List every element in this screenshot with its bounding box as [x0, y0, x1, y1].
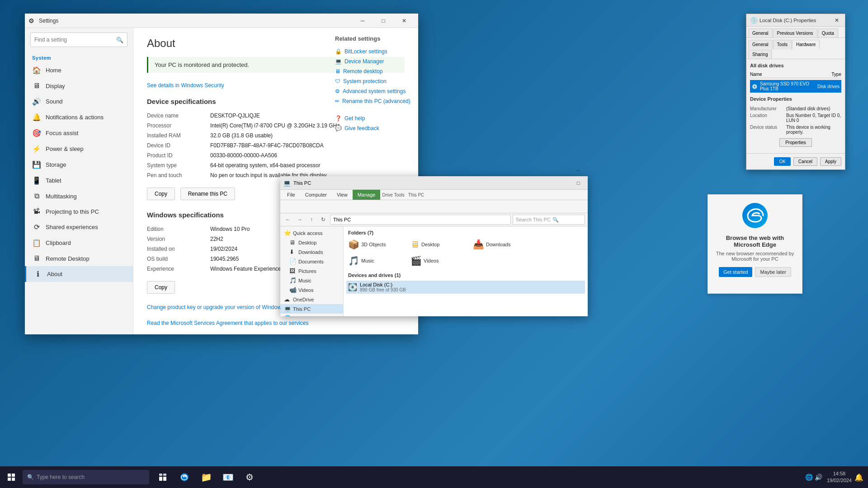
search-box[interactable]: 🔍 — [30, 33, 127, 47]
explorer-titlebar: 💻 This PC ─ □ ✕ — [280, 176, 588, 190]
experience-label: Experience — [147, 266, 210, 272]
properties-body: All disk drives Name Type 💿 Samsung SSD … — [746, 59, 845, 153]
copy-windows-button[interactable]: Copy — [147, 281, 175, 294]
refresh-button[interactable]: ↻ — [318, 215, 328, 225]
edge-taskbar-button[interactable] — [175, 467, 194, 487]
sidebar-item-notifications[interactable]: 🔔 Notifications & actions — [25, 109, 133, 125]
system-protection-link[interactable]: 🛡 System protection — [335, 76, 411, 86]
notification-icon[interactable]: 🔔 — [854, 473, 863, 482]
local-disk-c[interactable]: 💽 Local Disk (C:) 890 GB free of 930 GB — [346, 281, 585, 294]
sidebar-videos[interactable]: 📹 Videos — [280, 285, 343, 295]
disk-properties-button[interactable]: Properties — [779, 138, 812, 147]
general-tab2[interactable]: General — [748, 40, 773, 49]
remote-desktop-link[interactable]: 🖥 Remote desktop — [335, 66, 411, 76]
sharing-tab[interactable]: Sharing — [748, 50, 772, 59]
sidebar-item-about[interactable]: ℹ About — [25, 266, 133, 282]
security-tab[interactable]: General — [748, 28, 773, 38]
settings-taskbar-button[interactable]: ⚙ — [240, 467, 259, 487]
device-manager-link[interactable]: 💻 Device Manager — [335, 56, 411, 66]
sidebar-item-focus[interactable]: 🎯 Focus assist — [25, 125, 133, 141]
sidebar-item-tablet[interactable]: 📱 Tablet — [25, 173, 133, 188]
sidebar-item-clipboard[interactable]: 📋 Clipboard — [25, 235, 133, 251]
rename-advanced-link[interactable]: ✏ Rename this PC (advanced) — [335, 96, 411, 106]
taskbar: 🔍 Type here to search 📁 📧 ⚙ — [0, 466, 868, 488]
sidebar-item-shared[interactable]: ⟳ Shared experiences — [25, 219, 133, 235]
disk-item[interactable]: 💿 Samsung SSD 970 EVO Plus 1TB Disk driv… — [750, 80, 841, 93]
ms-services-link[interactable]: Read the Microsoft Services Agreement th… — [147, 320, 309, 326]
search-icon: 🔍 — [116, 37, 123, 43]
folder-videos[interactable]: 🎬 Videos — [409, 254, 467, 267]
start-button[interactable] — [0, 466, 23, 488]
copy-device-button[interactable]: Copy — [147, 188, 175, 200]
mail-taskbar-button[interactable]: 📧 — [218, 467, 238, 487]
previous-versions-tab[interactable]: Previous Versions — [773, 28, 817, 38]
sidebar-downloads[interactable]: ⬇ Downloads — [280, 247, 343, 257]
sidebar-item-display[interactable]: 🖥 Display — [25, 78, 133, 94]
svg-rect-1 — [8, 474, 11, 477]
computer-tab[interactable]: Computer — [300, 190, 332, 200]
get-started-button[interactable]: Get started — [719, 267, 752, 277]
rename-pc-button[interactable]: Rename this PC — [180, 188, 235, 200]
get-help-link[interactable]: ❓ Get help — [335, 113, 411, 123]
downloads-folder-icon: 📥 — [473, 239, 484, 250]
give-feedback-link[interactable]: 💬 Give feedback — [335, 123, 411, 133]
manage-tab[interactable]: Manage — [353, 190, 381, 200]
sidebar-item-multitasking[interactable]: ⧉ Multitasking — [25, 188, 133, 204]
security-link[interactable]: See details in Windows Security — [147, 82, 224, 89]
volume-tray-icon[interactable]: 🔊 — [815, 474, 822, 481]
cancel-button[interactable]: Cancel — [793, 157, 817, 166]
sidebar-item-projecting-label: Projecting to this PC — [46, 208, 99, 215]
task-view-button[interactable] — [153, 467, 173, 487]
svg-rect-4 — [12, 478, 15, 481]
sidebar-pictures[interactable]: 🖼 Pictures — [280, 266, 343, 276]
system-type-label: System type — [147, 162, 210, 169]
file-tab[interactable]: File — [282, 190, 300, 200]
minimize-button[interactable]: ─ — [352, 14, 373, 28]
ok-button[interactable]: OK — [774, 157, 790, 166]
folder-music[interactable]: 🎵 Music — [346, 254, 405, 267]
sidebar-this-pc[interactable]: 💻 This PC — [280, 304, 343, 314]
explorer-minimize[interactable]: ─ — [571, 164, 585, 177]
tools-tab[interactable]: Tools — [773, 40, 792, 49]
explorer-maximize[interactable]: □ — [571, 177, 585, 189]
sidebar-item-storage[interactable]: 💾 Storage — [25, 157, 133, 173]
change-product-key-link[interactable]: Change product key or upgrade your versi… — [147, 304, 284, 310]
folder-downloads[interactable]: 📥 Downloads — [471, 238, 530, 251]
up-button[interactable]: ↑ — [307, 215, 316, 225]
back-button[interactable]: ← — [283, 215, 293, 225]
apply-button[interactable]: Apply — [820, 157, 841, 166]
sidebar-item-projecting[interactable]: 📽 Projecting to this PC — [25, 204, 133, 219]
search-bar[interactable]: Search This PC 🔍 — [513, 215, 585, 225]
sidebar-quick-access[interactable]: ⭐ Quick access — [280, 228, 343, 238]
sidebar-music[interactable]: 🎵 Music — [280, 276, 343, 285]
sidebar-desktop[interactable]: 🖥 Desktop — [280, 238, 343, 247]
sidebar-item-sound[interactable]: 🔊 Sound — [25, 94, 133, 109]
maybe-later-button[interactable]: Maybe later — [755, 267, 791, 277]
focus-icon: 🎯 — [32, 129, 41, 137]
maximize-button[interactable]: □ — [373, 14, 394, 28]
processor-value: Intel(R) Core(TM) i7-8700 CPU @ 3.20GHz … — [210, 122, 340, 129]
file-explorer-taskbar-button[interactable]: 📁 — [196, 467, 216, 487]
quota-tab[interactable]: Quota — [818, 28, 838, 38]
sidebar-documents[interactable]: 📄 Documents — [280, 257, 343, 266]
close-button[interactable]: ✕ — [394, 14, 415, 28]
forward-button[interactable]: → — [295, 215, 305, 225]
sidebar-item-power[interactable]: ⚡ Power & sleep — [25, 141, 133, 157]
address-bar[interactable]: This PC — [330, 215, 511, 225]
taskbar-search[interactable]: 🔍 Type here to search — [23, 470, 149, 484]
hardware-tab[interactable]: Hardware — [792, 40, 820, 49]
bitlocker-link[interactable]: 🔒 BitLocker settings — [335, 47, 411, 56]
sidebar-item-home[interactable]: 🏠 Home — [25, 62, 133, 78]
search-bar-icon: 🔍 — [552, 217, 559, 223]
folder-desktop[interactable]: 🖥 Desktop — [409, 238, 467, 251]
sidebar-item-remote[interactable]: 🖥 Remote Desktop — [25, 251, 133, 266]
network-tray-icon[interactable]: 🌐 — [805, 474, 813, 481]
taskbar-clock[interactable]: 14:58 19/02/2024 — [827, 470, 852, 484]
view-tab[interactable]: View — [332, 190, 353, 200]
search-input[interactable] — [34, 37, 116, 43]
sidebar-network[interactable]: 🌐 Network — [280, 314, 343, 316]
folder-3d-objects[interactable]: 📦 3D Objects — [346, 238, 405, 251]
sidebar-onedrive[interactable]: ☁ OneDrive — [280, 295, 343, 304]
advanced-settings-link[interactable]: ⚙ Advanced system settings — [335, 86, 411, 96]
properties-close-button[interactable]: ✕ — [832, 16, 841, 25]
